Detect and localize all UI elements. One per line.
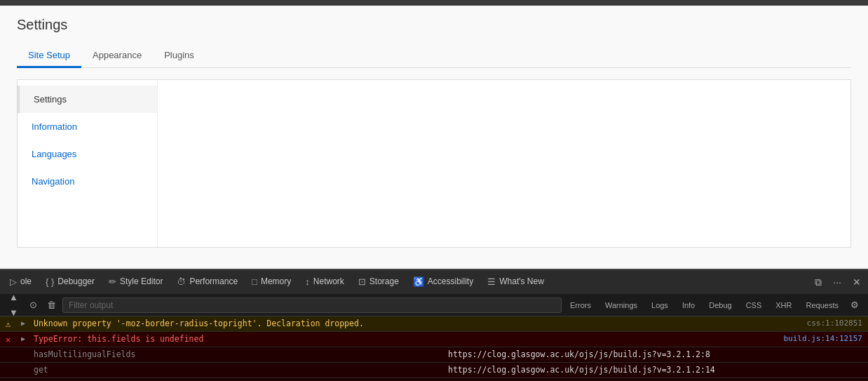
settings-tabs: Site Setup Appearance Plugins bbox=[17, 44, 851, 68]
debugger-label: Debugger bbox=[57, 276, 95, 286]
stack-row-2: get https://clog.glasgow.ac.uk/ojs/js/bu… bbox=[0, 363, 868, 378]
whats-new-icon: ☰ bbox=[487, 276, 496, 287]
storage-label: Storage bbox=[369, 276, 399, 286]
memory-icon: □ bbox=[252, 276, 257, 287]
devtools-whats-new-tab[interactable]: ☰ What's New bbox=[480, 272, 551, 293]
memory-label: Memory bbox=[261, 276, 291, 286]
style-editor-icon: ✏ bbox=[109, 276, 116, 287]
stack-method-2: get bbox=[34, 365, 448, 375]
accessibility-icon: ♿ bbox=[413, 276, 424, 287]
loading-bar: Loading bbox=[0, 0, 868, 6]
devtools-style-editor-tab[interactable]: ✏ Style Editor bbox=[102, 272, 170, 293]
console-output: ⚠ ▶ Unknown property '-moz-border-radius… bbox=[0, 316, 868, 381]
console-row-warning: ⚠ ▶ Unknown property '-moz-border-radius… bbox=[0, 316, 868, 332]
devtools-performance-tab[interactable]: ⏱ Performance bbox=[170, 272, 245, 293]
console-row-error: ✕ ▶ TypeError: this.fields is undefined … bbox=[0, 332, 868, 347]
tab-appearance[interactable]: Appearance bbox=[81, 44, 153, 68]
info-badge[interactable]: Info bbox=[677, 299, 700, 312]
scroll-buttons: ▲ ▼ bbox=[6, 290, 22, 320]
stack-url-2[interactable]: https://clog.glasgow.ac.uk/ojs/js/build.… bbox=[448, 365, 862, 375]
expand-error[interactable]: ▶ bbox=[21, 335, 31, 342]
search-button[interactable]: ⊙ bbox=[26, 298, 41, 312]
sidebar-item-information[interactable]: Information bbox=[18, 113, 157, 140]
network-label: Network bbox=[313, 276, 344, 286]
stack-row-3: evaluate https://clog.glasgow.ac.uk/ojs/… bbox=[0, 378, 868, 381]
console-icon: ▷ bbox=[10, 276, 17, 287]
tab-plugins[interactable]: Plugins bbox=[153, 44, 205, 68]
more-tools-button[interactable]: ··· bbox=[829, 274, 846, 290]
stack-method-1: hasMultilingualFields bbox=[34, 349, 448, 359]
network-icon: ↕ bbox=[305, 276, 310, 287]
expand-warning[interactable]: ▶ bbox=[21, 319, 31, 327]
warning-source: css:1:102851 bbox=[778, 319, 862, 328]
close-devtools-button[interactable]: ✕ bbox=[848, 274, 865, 290]
sidebar-item-navigation[interactable]: Navigation bbox=[18, 168, 157, 195]
whats-new-label: What's New bbox=[499, 276, 544, 286]
filter-input[interactable] bbox=[62, 298, 562, 313]
devtools-panel: ▷ ole { } Debugger ✏ Style Editor ⏱ Perf… bbox=[0, 269, 868, 381]
storage-icon: ⊡ bbox=[358, 276, 366, 287]
performance-label: Performance bbox=[189, 276, 238, 286]
stack-row-1: hasMultilingualFields https://clog.glasg… bbox=[0, 347, 868, 363]
devtools-accessibility-tab[interactable]: ♿ Accessibility bbox=[406, 272, 480, 293]
debug-badge[interactable]: Debug bbox=[703, 299, 737, 312]
stack-url-1[interactable]: https://clog.glasgow.ac.uk/ojs/js/build.… bbox=[448, 349, 862, 359]
settings-gear-button[interactable]: ⚙ bbox=[847, 298, 862, 312]
debugger-icon: { } bbox=[46, 276, 54, 287]
accessibility-label: Accessibility bbox=[428, 276, 473, 286]
devtools-storage-tab[interactable]: ⊡ Storage bbox=[351, 272, 406, 293]
logs-badge[interactable]: Logs bbox=[646, 299, 674, 312]
error-source: build.js:14:12157 bbox=[778, 334, 862, 343]
scroll-up-button[interactable]: ▲ bbox=[6, 290, 22, 305]
main-content bbox=[158, 80, 850, 247]
sidebar-nav: Settings Information Languages Navigatio… bbox=[18, 80, 158, 247]
dock-button[interactable]: ⧉ bbox=[811, 274, 826, 291]
clear-console-button[interactable]: 🗑 bbox=[43, 298, 60, 312]
sidebar-item-settings[interactable]: Settings bbox=[18, 86, 157, 113]
devtools-debugger-tab[interactable]: { } Debugger bbox=[39, 272, 102, 293]
xhr-badge[interactable]: XHR bbox=[770, 299, 797, 312]
devtools-right-actions: ⧉ ··· ✕ bbox=[811, 274, 865, 291]
devtools-toolbar: ▷ ole { } Debugger ✏ Style Editor ⏱ Perf… bbox=[0, 269, 868, 294]
sidebar-item-languages[interactable]: Languages bbox=[18, 140, 157, 168]
requests-badge[interactable]: Requests bbox=[801, 299, 844, 312]
error-icon: ✕ bbox=[6, 335, 17, 345]
warnings-badge[interactable]: Warnings bbox=[599, 299, 643, 312]
style-editor-label: Style Editor bbox=[120, 276, 163, 286]
tab-site-setup[interactable]: Site Setup bbox=[17, 44, 81, 68]
content-area: Settings Information Languages Navigatio… bbox=[17, 79, 851, 248]
page-title: Settings bbox=[17, 17, 851, 33]
error-message: TypeError: this.fields is undefined bbox=[34, 334, 773, 344]
devtools-network-tab[interactable]: ↕ Network bbox=[298, 272, 351, 293]
console-label: ole bbox=[20, 276, 32, 286]
console-toolbar: ▲ ▼ ⊙ 🗑 Errors Warnings Logs Info Debug … bbox=[0, 294, 868, 316]
errors-badge[interactable]: Errors bbox=[564, 299, 597, 312]
warning-message: Unknown property '-moz-border-radius-top… bbox=[34, 319, 773, 328]
css-badge[interactable]: CSS bbox=[740, 299, 768, 312]
warning-icon: ⚠ bbox=[6, 319, 17, 329]
devtools-memory-tab[interactable]: □ Memory bbox=[245, 272, 298, 293]
settings-page: Settings Site Setup Appearance Plugins S… bbox=[0, 6, 868, 269]
performance-icon: ⏱ bbox=[177, 276, 186, 287]
